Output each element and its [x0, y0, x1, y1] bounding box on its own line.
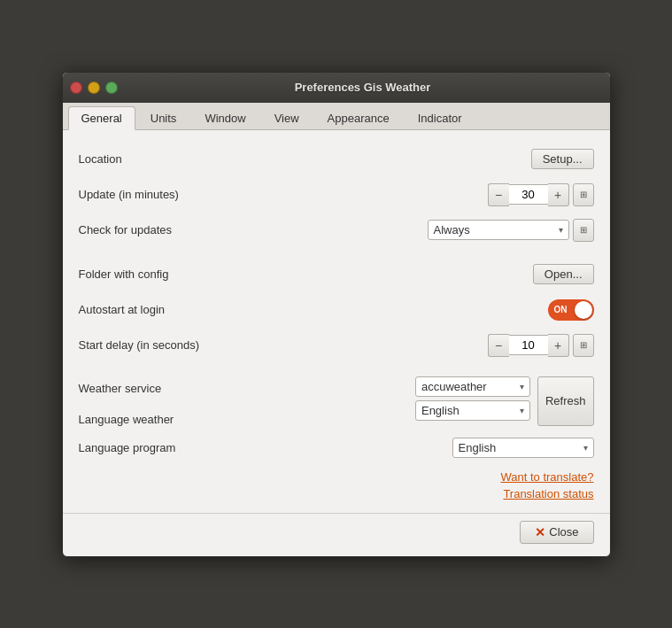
- service-selects-group: accuweather ▾ English ▾: [415, 376, 530, 426]
- language-program-select[interactable]: English ▾: [452, 438, 594, 458]
- folder-controls: Open...: [533, 264, 594, 284]
- check-updates-controls: Always ▾ ⊞: [428, 219, 594, 242]
- language-weather-value: English: [421, 404, 460, 417]
- check-updates-extra-button[interactable]: ⊞: [573, 219, 594, 242]
- footer: ✕ Close: [63, 513, 610, 556]
- language-weather-arrow-icon: ▾: [520, 406, 524, 415]
- translation-status-link[interactable]: Translation status: [503, 487, 593, 500]
- window-title: Preferences Gis Weather: [123, 81, 603, 94]
- update-row: Update (in minutes) − + ⊞: [79, 182, 594, 208]
- translate-link-row: Want to translate?: [79, 470, 594, 484]
- titlebar: × − + Preferences Gis Weather: [63, 73, 610, 103]
- language-program-arrow-icon: ▾: [583, 443, 588, 453]
- location-row: Location Setup...: [79, 146, 594, 173]
- start-delay-spinner: − +: [488, 334, 569, 357]
- folder-row: Folder with config Open...: [79, 261, 594, 288]
- weather-service-row: Weather service Language weather accuwea…: [79, 376, 594, 426]
- autostart-label: Autostart at login: [79, 303, 548, 316]
- tab-general[interactable]: General: [68, 106, 135, 130]
- open-button[interactable]: Open...: [533, 264, 594, 284]
- start-delay-label: Start delay (in seconds): [79, 338, 488, 352]
- update-label: Update (in minutes): [79, 188, 488, 201]
- tab-appearance[interactable]: Appearance: [314, 106, 403, 129]
- update-controls: − + ⊞: [488, 183, 594, 206]
- check-updates-select[interactable]: Always ▾: [428, 220, 569, 240]
- close-button-label: Close: [549, 525, 578, 539]
- close-x-icon: ✕: [535, 525, 545, 539]
- window-minimize-button[interactable]: −: [88, 81, 100, 94]
- update-spinner: − +: [488, 183, 569, 206]
- weather-service-select[interactable]: accuweather ▾: [415, 376, 530, 397]
- weather-service-arrow-icon: ▾: [520, 382, 524, 392]
- tab-window[interactable]: Window: [191, 106, 259, 129]
- tab-bar: General Units Window View Appearance Ind…: [63, 103, 610, 130]
- check-updates-arrow-icon: ▾: [559, 225, 563, 235]
- update-increment-button[interactable]: +: [548, 183, 569, 206]
- location-controls: Setup...: [531, 149, 594, 169]
- autostart-controls: ON: [548, 299, 594, 321]
- language-weather-select[interactable]: English ▾: [415, 400, 530, 421]
- window-close-button[interactable]: ×: [70, 81, 82, 94]
- start-delay-row: Start delay (in seconds) − + ⊞: [79, 332, 594, 359]
- delay-decrement-button[interactable]: −: [488, 334, 509, 357]
- weather-service-area: Weather service Language weather: [79, 376, 412, 426]
- delay-value-input[interactable]: [509, 335, 548, 355]
- translate-link[interactable]: Want to translate?: [500, 470, 593, 484]
- update-decrement-button[interactable]: −: [488, 183, 509, 206]
- preferences-window: × − + Preferences Gis Weather General Un…: [62, 72, 611, 557]
- update-extra-button[interactable]: ⊞: [573, 183, 594, 206]
- delay-extra-button[interactable]: ⊞: [573, 334, 594, 357]
- start-delay-controls: − + ⊞: [488, 334, 594, 357]
- weather-service-label: Weather service: [79, 382, 412, 395]
- weather-service-controls: accuweather ▾ English ▾ Refresh: [415, 376, 594, 426]
- location-label: Location: [79, 152, 531, 166]
- toggle-on-label: ON: [554, 305, 568, 314]
- tab-view[interactable]: View: [261, 106, 313, 129]
- tab-units[interactable]: Units: [137, 106, 190, 129]
- language-program-controls: English ▾: [452, 438, 594, 458]
- language-program-row: Language program English ▾: [79, 435, 594, 461]
- language-weather-label: Language weather: [79, 413, 412, 426]
- toggle-knob: [575, 301, 592, 319]
- delay-increment-button[interactable]: +: [548, 334, 569, 357]
- tab-indicator[interactable]: Indicator: [405, 106, 475, 129]
- refresh-button[interactable]: Refresh: [537, 376, 594, 426]
- check-updates-value: Always: [434, 223, 470, 236]
- update-value-input[interactable]: [509, 184, 548, 205]
- window-maximize-button[interactable]: +: [105, 81, 118, 94]
- language-program-value: English: [459, 441, 497, 454]
- translation-status-row: Translation status: [79, 487, 594, 500]
- setup-button[interactable]: Setup...: [531, 149, 594, 169]
- weather-service-value: accuweather: [421, 380, 487, 393]
- tab-content: Location Setup... Update (in minutes) − …: [63, 130, 610, 513]
- close-button[interactable]: ✕ Close: [520, 521, 593, 544]
- folder-label: Folder with config: [79, 267, 533, 281]
- autostart-toggle[interactable]: ON: [548, 299, 594, 321]
- language-program-label: Language program: [79, 441, 452, 454]
- check-updates-row: Check for updates Always ▾ ⊞: [79, 217, 594, 244]
- check-updates-label: Check for updates: [79, 223, 428, 236]
- autostart-row: Autostart at login ON: [79, 297, 594, 323]
